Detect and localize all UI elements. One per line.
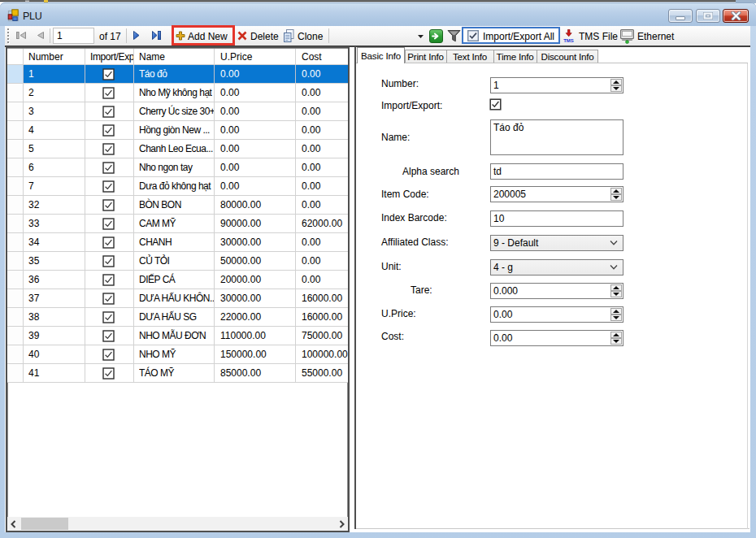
svg-text:TMS: TMS: [563, 38, 574, 43]
